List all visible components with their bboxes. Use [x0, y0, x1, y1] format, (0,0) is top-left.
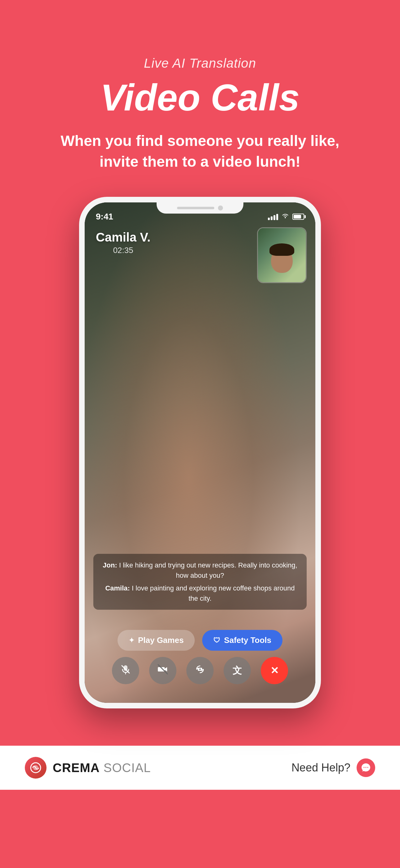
- hero-description: When you find someone you really like, i…: [61, 130, 339, 172]
- end-call-button[interactable]: ✕: [261, 657, 288, 684]
- mic-off-icon: [120, 664, 131, 677]
- svg-point-10: [363, 767, 365, 768]
- jon-text: I like hiking and trying out new recipes…: [119, 561, 297, 579]
- footer-bar: CREMA SOCIAL Need Help?: [0, 746, 400, 790]
- action-buttons-row: ✦ Play Games 🛡 Safety Tools: [85, 630, 315, 651]
- subtitle-jon: Jon: I like hiking and trying out new re…: [101, 560, 299, 581]
- caller-info: Camila V. 02:35: [96, 230, 151, 255]
- phone-outer-shell: 9:41: [79, 197, 321, 708]
- svg-rect-1: [124, 665, 128, 671]
- self-face: [265, 239, 299, 282]
- svg-point-12: [367, 767, 368, 768]
- translate-button[interactable]: 文: [224, 657, 251, 684]
- brand-logo: CREMA SOCIAL: [25, 757, 151, 779]
- play-games-label: Play Games: [138, 636, 184, 645]
- hero-title: Video Calls: [100, 77, 300, 118]
- hero-subtitle: Live AI Translation: [144, 56, 256, 71]
- end-call-icon: ✕: [270, 665, 279, 677]
- translation-subtitles: Jon: I like hiking and trying out new re…: [93, 554, 307, 610]
- logo-icon: [25, 757, 46, 779]
- need-help-section[interactable]: Need Help?: [292, 758, 375, 777]
- status-time: 9:41: [96, 212, 113, 222]
- need-help-text: Need Help?: [292, 761, 351, 774]
- flip-camera-button[interactable]: [186, 657, 214, 684]
- caller-name: Camila V.: [96, 230, 151, 244]
- chat-icon[interactable]: [357, 758, 375, 777]
- safety-tools-button[interactable]: 🛡 Safety Tools: [202, 630, 282, 651]
- self-face-head: [271, 248, 293, 273]
- camila-speaker-label: Camila:: [105, 584, 130, 592]
- games-icon: ✦: [129, 637, 134, 645]
- hero-section: Live AI Translation Video Calls When you…: [0, 0, 400, 746]
- safety-tools-label: Safety Tools: [224, 636, 271, 645]
- camera-off-icon: [158, 664, 168, 677]
- wifi-icon: [281, 213, 289, 221]
- svg-point-11: [365, 767, 367, 768]
- svg-point-7: [199, 669, 201, 670]
- mute-button[interactable]: [112, 657, 139, 684]
- brand-name: CREMA SOCIAL: [53, 761, 151, 775]
- translate-icon: 文: [233, 664, 242, 677]
- brand-second: SOCIAL: [100, 761, 151, 775]
- self-video-background: [258, 228, 306, 282]
- brand-first: CREMA: [53, 761, 100, 775]
- flip-camera-icon: [195, 664, 205, 677]
- status-icons: [268, 213, 304, 221]
- camila-text: I love painting and exploring new coffee…: [132, 584, 295, 602]
- subtitle-camila: Camila: I love painting and exploring ne…: [101, 583, 299, 603]
- self-video-thumbnail[interactable]: [257, 227, 307, 283]
- camera-off-button[interactable]: [149, 657, 176, 684]
- signal-bars-icon: [268, 213, 278, 220]
- jon-speaker-label: Jon:: [103, 561, 117, 569]
- battery-icon: [292, 214, 304, 220]
- shield-icon: 🛡: [213, 637, 220, 645]
- phone-mockup: 9:41: [79, 197, 321, 708]
- play-games-button[interactable]: ✦ Play Games: [118, 630, 195, 651]
- phone-screen: 9:41: [85, 203, 315, 703]
- status-bar: 9:41: [85, 203, 315, 225]
- self-face-hair: [269, 243, 294, 256]
- call-controls: 文 ✕: [85, 657, 315, 684]
- call-duration: 02:35: [96, 246, 151, 255]
